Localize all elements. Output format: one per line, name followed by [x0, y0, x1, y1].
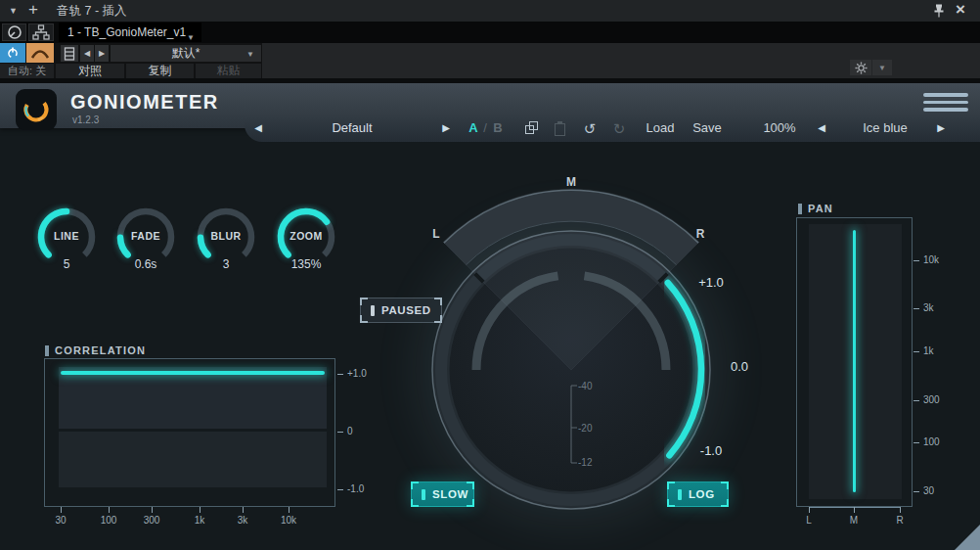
ab-b-button[interactable]: B: [491, 120, 505, 136]
db-scale-label: -20: [578, 423, 592, 434]
paste-button[interactable]: 粘贴: [196, 64, 261, 78]
skin-next-button[interactable]: ▶: [934, 120, 948, 136]
tick-mark: [913, 260, 919, 261]
slow-button[interactable]: SLOW: [411, 481, 474, 507]
db-scale-label: -40: [578, 381, 592, 391]
plugin-selector-dropdown[interactable]: 1 - TB_GonioMeter_v1 ▼: [59, 23, 201, 42]
undo-button[interactable]: ↺: [581, 120, 599, 136]
tick-mark: [809, 507, 810, 513]
db-scale-label: -12: [578, 457, 592, 468]
correlation-trace: [61, 371, 325, 375]
preset-next-button[interactable]: ▶: [439, 120, 453, 136]
ui-zoom-value[interactable]: 100%: [758, 120, 801, 136]
paste-icon: [557, 121, 562, 124]
routing-icon: [32, 24, 50, 40]
add-icon[interactable]: +: [28, 0, 38, 20]
host-titlebar: ▼ + 音轨 7 - 插入 ×: [0, 0, 980, 22]
tick-mark: [200, 507, 200, 513]
routing-button[interactable]: [28, 23, 54, 41]
resize-grip[interactable]: [955, 525, 980, 550]
plugin-power-button[interactable]: [0, 43, 25, 63]
knob-label: FADE: [112, 230, 179, 242]
plugin-selector-label: 1 - TB_GonioMeter_v1: [67, 25, 186, 39]
axis-tick-label: R: [893, 515, 907, 526]
knob-mode-button[interactable]: [2, 23, 26, 41]
load-button[interactable]: Load: [641, 120, 680, 136]
knob-label: ZOOM: [273, 230, 339, 242]
redo-button[interactable]: ↻: [610, 120, 628, 136]
pause-marker-icon: [371, 305, 375, 316]
line-knob[interactable]: LINE 5: [33, 204, 100, 274]
tick-mark: [900, 507, 901, 513]
skin-prev-button[interactable]: ◀: [815, 120, 828, 136]
log-button[interactable]: LOG: [667, 481, 729, 507]
correlation-scale-label: -1.0: [694, 443, 728, 458]
axis-tick-label: L: [802, 515, 816, 526]
automation-button[interactable]: 自动: 关: [0, 64, 54, 78]
knob-value: 3: [193, 257, 259, 271]
preset-prev-button[interactable]: ◀: [80, 45, 94, 62]
pin-icon[interactable]: [932, 3, 946, 19]
copy-preset-button[interactable]: [525, 121, 539, 135]
blur-knob[interactable]: BLUR 3: [193, 204, 259, 274]
gear-icon: [855, 62, 868, 74]
tick-mark: [109, 507, 110, 513]
tick-mark: [337, 374, 343, 375]
preset-name[interactable]: Default: [289, 120, 416, 136]
goniometer-plugin: GONIOMETER v1.2.3 ◀ Default ▶ A / B ↺ ↻ …: [0, 83, 980, 550]
tick-mark: [289, 507, 290, 513]
host-preset-dropdown[interactable]: 默认* ▼: [111, 45, 261, 62]
paused-button[interactable]: PAUSED: [360, 298, 442, 323]
axis-tick-label: 300: [138, 515, 165, 526]
host-toolbar: ◀ ▶ 默认* ▼ 自动: 关 对照 复制 粘贴 ▼: [0, 43, 980, 78]
right-label: R: [692, 227, 708, 241]
axis-tick-label: 3k: [923, 302, 934, 313]
section-marker-icon: [45, 345, 49, 356]
knob-value: 135%: [273, 257, 339, 271]
knob-value: 0.6s: [112, 257, 179, 271]
settings-caret-button[interactable]: ▼: [872, 60, 892, 75]
compare-button[interactable]: 对照: [56, 64, 124, 78]
copy-button[interactable]: 复制: [126, 64, 194, 78]
menu-button[interactable]: [923, 93, 968, 115]
save-button[interactable]: Save: [688, 120, 727, 136]
list-icon: [64, 47, 75, 61]
plugin-title: GONIOMETER: [70, 91, 219, 114]
left-label: L: [428, 227, 444, 241]
tick-mark: [152, 507, 153, 513]
pan-header: PAN: [798, 203, 833, 214]
chevron-down-icon: ▼: [246, 50, 254, 59]
fade-knob[interactable]: FADE 0.6s: [112, 204, 179, 274]
correlation-scale-label: +1.0: [694, 275, 728, 290]
close-icon[interactable]: ×: [956, 0, 965, 20]
zoom-knob[interactable]: ZOOM 135%: [273, 204, 339, 274]
correlation-band-top: [59, 367, 327, 429]
axis-tick-label: 30: [47, 515, 74, 526]
ab-a-button[interactable]: A: [467, 120, 480, 136]
settings-button[interactable]: [850, 60, 871, 75]
paste-preset-button[interactable]: [555, 123, 565, 136]
toggle-marker-icon: [678, 489, 682, 500]
knob-label: LINE: [33, 230, 100, 242]
tick-mark: [913, 442, 919, 443]
knob-icon: [7, 24, 22, 40]
axis-tick-label: +1.0: [347, 368, 367, 379]
axis-tick-label: 10k: [923, 254, 939, 265]
axis-tick-label: 10k: [275, 515, 302, 526]
power-icon: [6, 46, 20, 60]
pan-trace: [853, 230, 857, 492]
section-marker-icon: [798, 204, 802, 214]
menu-caret-icon[interactable]: ▼: [9, 4, 18, 18]
preset-list-button[interactable]: [61, 45, 78, 62]
tick-mark: [913, 351, 919, 352]
axis-tick-label: -1.0: [347, 483, 364, 494]
preset-next-button[interactable]: ▶: [95, 45, 109, 62]
plugin-bypass-button[interactable]: [26, 43, 54, 63]
toggle-marker-icon: [422, 489, 425, 500]
daw-plugin-window: ▼ + 音轨 7 - 插入 × 1 - TB_GonioMeter_v1 ▼: [0, 0, 980, 550]
tick-mark: [337, 489, 343, 490]
knob-value: 5: [33, 257, 100, 271]
preset-prev-button[interactable]: ◀: [251, 120, 265, 136]
window-title: 音轨 7 - 插入: [57, 0, 127, 22]
axis-tick-label: M: [847, 515, 861, 526]
